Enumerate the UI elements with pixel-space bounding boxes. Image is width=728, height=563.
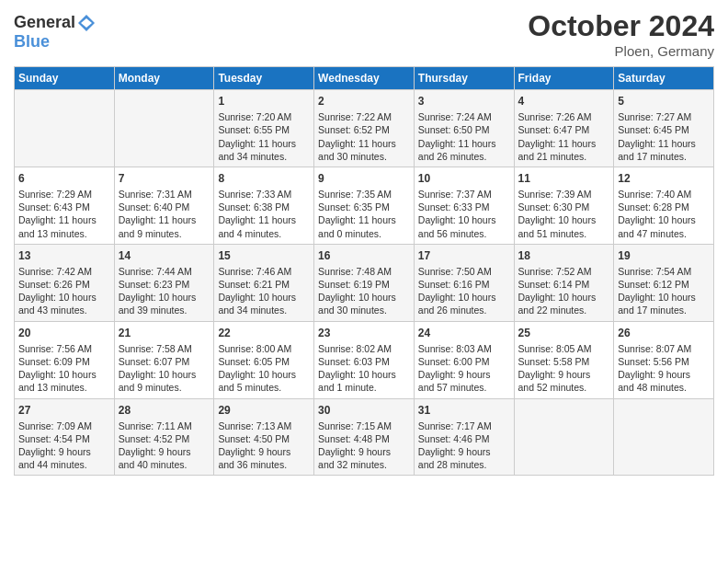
cell-text: and 21 minutes. <box>518 150 610 163</box>
cell-text: Sunrise: 7:31 AM <box>119 188 210 201</box>
cell-text: Sunrise: 7:20 AM <box>218 110 310 123</box>
cell-text: and 34 minutes. <box>218 150 310 163</box>
cell-text: Sunset: 6:55 PM <box>218 123 310 136</box>
cell-text: Sunset: 6:35 PM <box>318 201 410 213</box>
cell-text: Sunrise: 7:24 AM <box>418 110 510 123</box>
cell-text: and 9 minutes. <box>119 227 210 240</box>
day-number: 23 <box>318 326 410 340</box>
day-number: 17 <box>418 248 510 263</box>
cell-text: Daylight: 10 hours <box>18 291 110 304</box>
cell-text: Sunrise: 7:39 AM <box>518 188 610 201</box>
calendar-cell <box>15 90 115 167</box>
cell-text: Sunrise: 7:37 AM <box>418 188 510 201</box>
cell-text: and 5 minutes. <box>218 381 310 394</box>
cell-text: and 17 minutes. <box>618 150 710 163</box>
cell-text: and 28 minutes. <box>418 458 510 471</box>
cell-text: Sunset: 6:16 PM <box>418 278 510 291</box>
day-number: 18 <box>518 248 610 263</box>
cell-text: Daylight: 9 hours <box>218 445 310 458</box>
cell-text: Sunrise: 7:58 AM <box>119 342 210 355</box>
cell-text: Sunrise: 8:05 AM <box>518 342 610 355</box>
cell-text: and 51 minutes. <box>518 227 610 240</box>
cell-text: Sunrise: 7:17 AM <box>418 419 510 432</box>
day-number: 5 <box>618 94 710 109</box>
day-number: 16 <box>318 248 410 263</box>
cell-text: Sunset: 5:56 PM <box>618 355 710 368</box>
calendar-cell: 24Sunrise: 8:03 AMSunset: 6:00 PMDayligh… <box>414 321 514 398</box>
cell-text: Daylight: 11 hours <box>318 213 410 226</box>
calendar-table: SundayMondayTuesdayWednesdayThursdayFrid… <box>14 66 714 476</box>
calendar-cell: 25Sunrise: 8:05 AMSunset: 5:58 PMDayligh… <box>514 321 614 398</box>
cell-text: Sunset: 6:00 PM <box>418 355 510 368</box>
cell-text: Daylight: 9 hours <box>119 445 210 458</box>
day-number: 3 <box>418 94 510 109</box>
weekday-header: Friday <box>514 67 614 90</box>
calendar-week-row: 6Sunrise: 7:29 AMSunset: 6:43 PMDaylight… <box>15 167 714 244</box>
cell-text: Sunset: 6:43 PM <box>18 201 110 213</box>
cell-text: Daylight: 10 hours <box>618 291 710 304</box>
cell-text: Sunset: 6:19 PM <box>318 278 410 291</box>
cell-text: Sunrise: 7:40 AM <box>618 188 710 201</box>
cell-text: Daylight: 9 hours <box>318 445 410 458</box>
calendar-cell: 3Sunrise: 7:24 AMSunset: 6:50 PMDaylight… <box>414 90 514 167</box>
cell-text: Sunset: 6:30 PM <box>518 201 610 213</box>
cell-text: Sunrise: 7:50 AM <box>418 265 510 278</box>
calendar-cell: 27Sunrise: 7:09 AMSunset: 4:54 PMDayligh… <box>15 398 115 476</box>
cell-text: and 30 minutes. <box>318 150 410 163</box>
cell-text: Sunrise: 7:56 AM <box>18 342 110 355</box>
month-title: October 2024 <box>528 9 714 43</box>
cell-text: Sunset: 6:07 PM <box>119 355 210 368</box>
cell-text: Sunset: 6:21 PM <box>218 278 310 291</box>
calendar-week-row: 1Sunrise: 7:20 AMSunset: 6:55 PMDaylight… <box>15 90 714 167</box>
cell-text: Daylight: 11 hours <box>318 137 410 150</box>
cell-text: Daylight: 10 hours <box>218 291 310 304</box>
calendar-cell: 17Sunrise: 7:50 AMSunset: 6:16 PMDayligh… <box>414 244 514 321</box>
cell-text: Sunset: 4:46 PM <box>418 432 510 445</box>
calendar-cell: 29Sunrise: 7:13 AMSunset: 4:50 PMDayligh… <box>214 398 314 476</box>
cell-text: Sunrise: 7:42 AM <box>18 265 110 278</box>
location: Ploen, Germany <box>528 43 714 59</box>
day-number: 6 <box>18 171 110 186</box>
day-number: 13 <box>18 248 110 263</box>
day-number: 8 <box>218 171 310 186</box>
calendar-cell <box>514 398 614 476</box>
cell-text: and 13 minutes. <box>18 381 110 394</box>
cell-text: Daylight: 10 hours <box>18 368 110 381</box>
cell-text: Sunrise: 7:44 AM <box>119 265 210 278</box>
cell-text: Sunset: 5:58 PM <box>518 355 610 368</box>
cell-text: and 34 minutes. <box>218 304 310 316</box>
cell-text: Sunset: 6:33 PM <box>418 201 510 213</box>
calendar-cell: 16Sunrise: 7:48 AMSunset: 6:19 PMDayligh… <box>314 244 415 321</box>
day-number: 28 <box>119 403 210 418</box>
cell-text: Sunrise: 7:09 AM <box>18 419 110 432</box>
day-number: 20 <box>18 326 110 340</box>
calendar-header-row: SundayMondayTuesdayWednesdayThursdayFrid… <box>15 67 714 90</box>
calendar-cell <box>114 90 214 167</box>
cell-text: Sunrise: 7:27 AM <box>618 110 710 123</box>
weekday-header: Saturday <box>614 67 714 90</box>
cell-text: Daylight: 11 hours <box>518 137 610 150</box>
cell-text: Daylight: 9 hours <box>518 368 610 381</box>
day-number: 4 <box>518 94 610 109</box>
cell-text: Sunset: 6:40 PM <box>119 201 210 213</box>
cell-text: and 1 minute. <box>318 381 410 394</box>
calendar-week-row: 13Sunrise: 7:42 AMSunset: 6:26 PMDayligh… <box>15 244 714 321</box>
cell-text: Sunset: 6:12 PM <box>618 278 710 291</box>
cell-text: Sunrise: 8:03 AM <box>418 342 510 355</box>
day-number: 30 <box>318 403 410 418</box>
cell-text: Sunrise: 7:46 AM <box>218 265 310 278</box>
calendar-week-row: 20Sunrise: 7:56 AMSunset: 6:09 PMDayligh… <box>15 321 714 398</box>
calendar-cell: 2Sunrise: 7:22 AMSunset: 6:52 PMDaylight… <box>314 90 415 167</box>
cell-text: Sunrise: 7:15 AM <box>318 419 410 432</box>
cell-text: and 30 minutes. <box>318 304 410 316</box>
calendar-cell: 7Sunrise: 7:31 AMSunset: 6:40 PMDaylight… <box>114 167 214 244</box>
calendar-cell: 20Sunrise: 7:56 AMSunset: 6:09 PMDayligh… <box>15 321 115 398</box>
cell-text: and 44 minutes. <box>18 458 110 471</box>
cell-text: and 36 minutes. <box>218 458 310 471</box>
calendar-cell: 13Sunrise: 7:42 AMSunset: 6:26 PMDayligh… <box>15 244 115 321</box>
weekday-header: Thursday <box>414 67 514 90</box>
cell-text: Daylight: 10 hours <box>418 291 510 304</box>
cell-text: Daylight: 10 hours <box>518 291 610 304</box>
calendar-cell: 31Sunrise: 7:17 AMSunset: 4:46 PMDayligh… <box>414 398 514 476</box>
weekday-header: Monday <box>114 67 214 90</box>
